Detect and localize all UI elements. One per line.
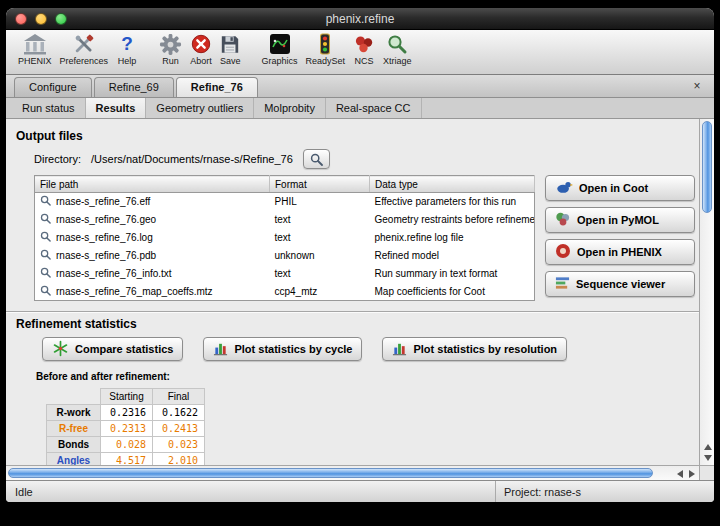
toolbar-abort-button[interactable]: Abort — [186, 32, 216, 67]
directory-label: Directory: — [34, 153, 81, 165]
tab-real-space-cc[interactable]: Real-space CC — [326, 98, 422, 118]
scroll-right-arrow-icon[interactable] — [689, 470, 695, 478]
file-path: rnase-s_refine_76_map_coeffs.mtz — [56, 286, 213, 297]
scroll-up-arrow-icon[interactable] — [704, 444, 712, 450]
stats-row: R-work 0.2316 0.1622 — [47, 405, 205, 421]
table-row[interactable]: rnase-s_refine_76.log text phenix.refine… — [35, 229, 535, 247]
open-in-coot-button[interactable]: Open in Coot — [545, 175, 695, 201]
tab-refine-69[interactable]: Refine_69 — [94, 77, 174, 97]
results-scroll-region: Output files Directory: /Users/nat/Docum… — [6, 119, 714, 480]
stat-starting-value: 0.028 — [101, 437, 153, 453]
results-content: Output files Directory: /Users/nat/Docum… — [6, 119, 699, 465]
horizontal-scrollbar[interactable] — [6, 465, 699, 480]
stat-starting-value: 0.2316 — [101, 405, 153, 421]
horizontal-scrollbar-thumb[interactable] — [8, 468, 653, 478]
result-tab-bar: Run status Results Geometry outliers Mol… — [6, 98, 714, 119]
ncs-icon — [353, 32, 375, 56]
file-format: unknown — [270, 247, 370, 265]
zoom-window-button[interactable] — [55, 13, 67, 25]
minimize-window-button[interactable] — [35, 13, 47, 25]
plot-by-resolution-button[interactable]: Plot statistics by resolution — [382, 337, 567, 361]
stats-column-final: Final — [153, 389, 205, 405]
window-title: phenix.refine — [6, 12, 714, 26]
open-in-pymol-button[interactable]: Open in PyMOL — [545, 207, 695, 233]
toolbar-xtriage-button[interactable]: Xtriage — [379, 32, 416, 67]
table-row[interactable]: rnase-s_refine_76.eff PHIL Effective par… — [35, 193, 535, 211]
sequence-viewer-icon — [555, 276, 570, 292]
sequence-viewer-label: Sequence viewer — [576, 278, 665, 290]
toolbar-graphics-button[interactable]: Graphics — [258, 32, 302, 67]
file-search-icon — [40, 285, 51, 298]
tab-molprobity[interactable]: Molprobity — [254, 98, 326, 118]
svg-text:?: ? — [121, 33, 133, 54]
toolbar-label: Preferences — [60, 56, 109, 67]
scroll-down-arrow-icon[interactable] — [704, 455, 712, 461]
compare-statistics-icon — [52, 340, 69, 359]
readyset-traffic-light-icon — [314, 32, 336, 56]
toolbar-ncs-button[interactable]: NCS — [349, 32, 379, 67]
table-row[interactable]: rnase-s_refine_76_info.txt text Run summ… — [35, 265, 535, 283]
preferences-icon — [72, 32, 96, 56]
plot-by-cycle-button[interactable]: Plot statistics by cycle — [203, 337, 362, 361]
output-files-table: File path Format Data type rnase-s_refin… — [34, 175, 535, 301]
traffic-lights — [15, 13, 67, 25]
stats-row: R-free 0.2313 0.2413 — [47, 421, 205, 437]
section-divider — [6, 311, 699, 313]
scroll-left-arrow-icon[interactable] — [677, 470, 683, 478]
stats-row: Angles 4.517 2.010 — [47, 453, 205, 466]
sequence-viewer-button[interactable]: Sequence viewer — [545, 271, 695, 297]
stats-row: Bonds 0.028 0.023 — [47, 437, 205, 453]
toolbar-label: NCS — [355, 56, 374, 67]
toolbar-preferences-button[interactable]: Preferences — [56, 32, 113, 67]
refinement-statistics-heading: Refinement statistics — [16, 317, 699, 331]
toolbar-readyset-button[interactable]: ReadySet — [302, 32, 350, 67]
status-section: Idle — [6, 481, 496, 502]
table-row[interactable]: rnase-s_refine_76_map_coeffs.mtz ccp4_mt… — [35, 283, 535, 301]
bar-chart-icon — [392, 341, 407, 358]
close-window-button[interactable] — [15, 13, 27, 25]
stats-corner-cell — [47, 389, 101, 405]
file-data-type: phenix.refine log file — [370, 229, 535, 247]
project-section: Project: rnase-s — [496, 481, 714, 502]
open-in-phenix-button[interactable]: Open in PHENIX — [545, 239, 695, 265]
vertical-scrollbar-thumb[interactable] — [702, 121, 712, 213]
tab-refine-76[interactable]: Refine_76 — [176, 77, 258, 97]
vertical-scrollbar[interactable] — [699, 119, 714, 465]
tab-configure[interactable]: Configure — [14, 77, 92, 97]
toolbar-label: ReadySet — [306, 56, 346, 67]
phenix-refine-window: phenix.refine PHENIX Preferences ? Help — [6, 8, 714, 502]
stat-starting-value: 0.2313 — [101, 421, 153, 437]
column-header-file-path[interactable]: File path — [35, 176, 270, 193]
tab-run-status[interactable]: Run status — [12, 98, 86, 118]
file-search-icon — [40, 213, 51, 226]
toolbar-label: Run — [162, 56, 179, 67]
toolbar-run-button[interactable]: Run — [155, 32, 186, 67]
toolbar-label: Xtriage — [383, 56, 412, 67]
toolbar-label: Abort — [190, 56, 212, 67]
table-row[interactable]: rnase-s_refine_76.pdb unknown Refined mo… — [35, 247, 535, 265]
file-search-icon — [40, 267, 51, 280]
tab-geometry-outliers[interactable]: Geometry outliers — [146, 98, 254, 118]
browse-directory-button[interactable] — [303, 149, 330, 169]
directory-path: /Users/nat/Documents/rnase-s/Refine_76 — [91, 153, 293, 165]
status-bar: Idle Project: rnase-s — [6, 480, 714, 502]
table-row[interactable]: rnase-s_refine_76.geo text Geometry rest… — [35, 211, 535, 229]
file-search-icon — [40, 231, 51, 244]
column-header-data-type[interactable]: Data type — [370, 176, 535, 193]
column-header-format[interactable]: Format — [270, 176, 370, 193]
toolbar-phenix-button[interactable]: PHENIX — [14, 32, 56, 67]
file-data-type: Effective parameters for this run — [370, 193, 535, 211]
help-icon: ? — [116, 32, 138, 56]
phenix-viewer-icon — [555, 243, 571, 261]
stat-final-value: 2.010 — [153, 453, 205, 466]
title-bar[interactable]: phenix.refine — [6, 8, 714, 30]
toolbar-save-button[interactable]: Save — [216, 32, 245, 67]
tab-results[interactable]: Results — [85, 98, 147, 118]
status-text: Idle — [15, 486, 33, 498]
toolbar-label: PHENIX — [18, 56, 52, 67]
toolbar-help-button[interactable]: ? Help — [112, 32, 142, 67]
close-tab-icon[interactable]: × — [690, 79, 704, 93]
compare-statistics-button[interactable]: Compare statistics — [42, 337, 183, 361]
plot-by-resolution-label: Plot statistics by resolution — [413, 343, 557, 355]
file-search-icon — [40, 195, 51, 208]
